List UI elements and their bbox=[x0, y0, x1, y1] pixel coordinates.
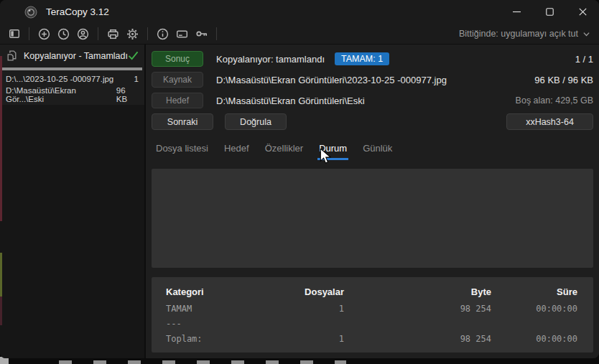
toolbar-separator bbox=[98, 27, 98, 40]
status-table: Kategori Dosyalar Byte Süre TAMAM 1 98 2… bbox=[152, 277, 593, 353]
chevron-down-icon bbox=[582, 30, 590, 38]
size-progress: 96 KB / 96 KB bbox=[534, 75, 593, 85]
history-icon[interactable] bbox=[54, 25, 73, 42]
status-table-header: Kategori Dosyalar Byte Süre bbox=[166, 284, 579, 299]
taskbar-fragment bbox=[59, 360, 346, 364]
result-status-text: Kopyalanıyor: tamamlandı bbox=[216, 54, 325, 65]
close-button[interactable] bbox=[566, 0, 599, 24]
maximize-button[interactable] bbox=[533, 0, 566, 24]
teracopy-window: TeraCopy 3.12 bbox=[0, 0, 599, 358]
user-icon[interactable] bbox=[73, 25, 93, 42]
info-icon[interactable] bbox=[153, 25, 172, 42]
finish-action-label: Bittiğinde: uygulamayı açık tut bbox=[459, 29, 578, 39]
toolbar: Bittiğinde: uygulamayı açık tut bbox=[0, 24, 599, 45]
background-window-sliver bbox=[0, 297, 2, 325]
source-path: D:\Masaüstü\Ekran Görüntüleri\2023-10-25… bbox=[216, 75, 447, 85]
toolbar-separator bbox=[216, 27, 217, 40]
table-row: Toplam: 1 98 254 00:00:00 bbox=[166, 332, 579, 347]
verify-button[interactable]: Doğrula bbox=[225, 113, 287, 130]
job-size: 96 KB bbox=[116, 86, 139, 103]
job-source-path: D:\...\2023-10-25 -000977.jpg bbox=[6, 75, 113, 83]
job-target-path: D:\Masaüstü\Ekran Gör...\Eski bbox=[6, 86, 116, 103]
toolbar-separator bbox=[147, 27, 148, 40]
titlebar: TeraCopy 3.12 bbox=[0, 0, 599, 24]
result-button[interactable]: Sonuç bbox=[152, 51, 203, 67]
copy-pages-icon bbox=[6, 50, 18, 62]
key-icon[interactable] bbox=[192, 25, 211, 42]
job-title: Kopyalanıyor - Tamamladı bbox=[24, 51, 128, 61]
hash-algorithm-button[interactable]: xxHash3-64 bbox=[506, 113, 593, 130]
toolbar-separator bbox=[29, 27, 29, 40]
table-row: --- bbox=[166, 317, 579, 332]
finish-action-dropdown[interactable]: Bittiğinde: uygulamayı açık tut bbox=[459, 29, 590, 39]
ok-count-badge: TAMAM: 1 bbox=[335, 52, 389, 65]
desktop: TeraCopy 3.12 bbox=[0, 0, 599, 364]
tab-hedef[interactable]: Hedef bbox=[216, 139, 257, 160]
background-window-sliver bbox=[0, 56, 2, 221]
panel-toggle-icon[interactable] bbox=[4, 25, 24, 42]
main-panel: Sonuç Kopyalanıyor: tamamlandı TAMAM: 1 … bbox=[146, 45, 599, 358]
tab-gunluk[interactable]: Günlük bbox=[355, 139, 400, 160]
print-icon[interactable] bbox=[103, 25, 123, 42]
status-detail-panel bbox=[152, 169, 593, 268]
settings-icon[interactable] bbox=[123, 25, 142, 42]
target-path: D:\Masaüstü\Ekran Görüntüleri\Eski bbox=[216, 95, 365, 106]
app-logo-icon bbox=[24, 5, 37, 19]
free-space: Boş alan: 429,5 GB bbox=[516, 95, 593, 106]
files-counter: 1 / 1 bbox=[575, 54, 593, 65]
job-progress-bar bbox=[2, 67, 142, 70]
job-list-item[interactable]: Kopyalanıyor - Tamamladı D:\...\2023-10-… bbox=[0, 45, 144, 105]
job-sidebar: Kopyalanıyor - Tamamladı D:\...\2023-10-… bbox=[0, 45, 146, 358]
table-row: TAMAM 1 98 254 00:00:00 bbox=[166, 302, 579, 317]
card-icon[interactable] bbox=[172, 25, 192, 42]
tab-dosya-listesi[interactable]: Dosya listesi bbox=[148, 139, 216, 160]
tab-durum[interactable]: Durum bbox=[311, 139, 355, 160]
tab-ozellikler[interactable]: Özellikler bbox=[257, 139, 311, 160]
background-window-sliver bbox=[0, 253, 2, 297]
minimize-button[interactable] bbox=[500, 0, 533, 24]
tab-bar: Dosya listesi Hedef Özellikler Durum Gün… bbox=[148, 139, 593, 160]
add-icon[interactable] bbox=[34, 25, 54, 42]
target-button[interactable]: Hedef bbox=[152, 93, 203, 108]
source-button[interactable]: Kaynak bbox=[152, 72, 203, 88]
window-title: TeraCopy 3.12 bbox=[46, 6, 109, 17]
job-file-count: 1 bbox=[134, 75, 139, 83]
next-button[interactable]: Sonraki bbox=[152, 113, 213, 130]
check-icon bbox=[128, 51, 139, 60]
